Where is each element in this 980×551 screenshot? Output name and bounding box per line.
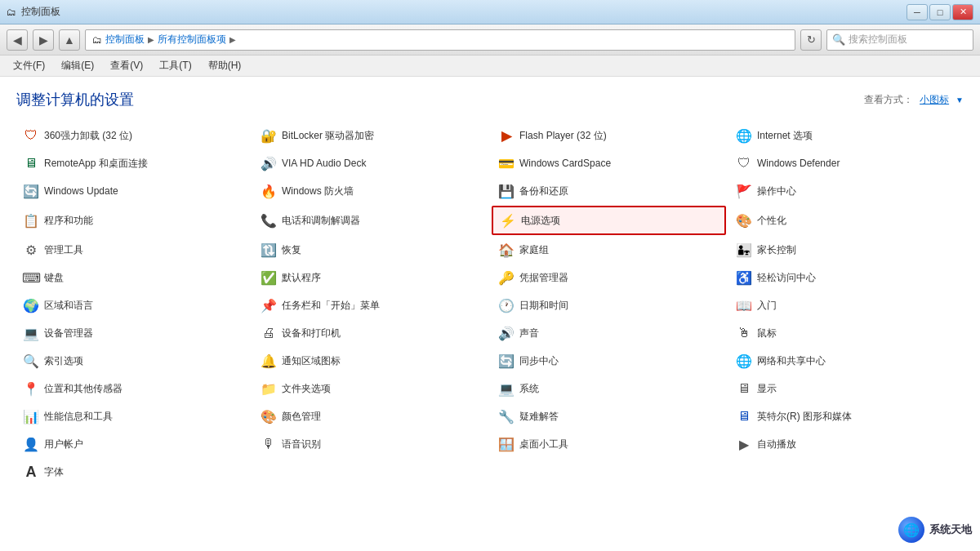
breadcrumb-allitems[interactable]: 所有控制面板项 [158,33,226,47]
icon-winfirewall[interactable]: 🔥 Windows 防火墙 [254,178,488,204]
icon-font[interactable]: A 字体 [16,459,251,485]
icon-phone-img: 📞 [261,212,277,229]
icon-sync[interactable]: 🔄 同步中心 [492,348,726,374]
close-button[interactable]: ✕ [952,4,973,20]
icon-font-label: 字体 [44,465,64,479]
menu-view[interactable]: 查看(V) [104,57,149,74]
icon-flash[interactable]: ▶ Flash Player (32 位) [492,122,726,149]
search-placeholder: 搜索控制面板 [849,33,907,47]
icon-easy-img: ♿ [736,269,752,286]
icon-sound[interactable]: 🔊 声音 [492,320,726,346]
icon-index[interactable]: 🔍 索引选项 [16,348,251,374]
icon-family[interactable]: 🏠 家庭组 [492,237,726,263]
icon-desktop[interactable]: 🪟 桌面小工具 [492,431,726,457]
icon-power[interactable]: ⚡ 电源选项 [492,206,726,235]
icon-internet[interactable]: 🌐 Internet 选项 [729,122,964,149]
icon-default-label: 默认程序 [282,271,321,285]
watermark-icon: 🌐 [898,517,924,543]
icon-easy[interactable]: ♿ 轻松访问中心 [729,264,964,291]
icon-taskbar[interactable]: 📌 任务栏和「开始」菜单 [254,292,488,318]
icon-network[interactable]: 🌐 网络和共享中心 [729,348,964,374]
icon-trouble-label: 疑难解答 [519,410,559,424]
icon-user[interactable]: 👤 用户帐户 [16,431,251,457]
icon-remote[interactable]: 🖥 RemoteApp 和桌面连接 [16,150,251,176]
view-mode[interactable]: 小图标 [920,93,949,107]
icon-region-img: 🌍 [23,297,39,313]
icon-personal[interactable]: 🎨 个性化 [729,206,964,235]
icon-notify[interactable]: 🔔 通知区域图标 [254,348,488,374]
forward-button[interactable]: ▶ [33,29,54,51]
icon-display-label: 显示 [757,382,777,396]
icon-phone[interactable]: 📞 电话和调制解调器 [254,206,488,235]
icon-keyboard[interactable]: ⌨ 键盘 [16,264,251,291]
icon-restore[interactable]: 🔃 恢复 [254,237,488,263]
icon-security[interactable]: 🚩 操作中心 [729,178,964,204]
icon-360[interactable]: 🛡 360强力卸载 (32 位) [16,122,251,149]
icon-winupdate[interactable]: 🔄 Windows Update [16,178,251,204]
icon-viahd[interactable]: 🔊 VIA HD Audio Deck [254,150,488,176]
icon-autoplay[interactable]: ▶ 自动播放 [729,431,964,457]
icon-backup-img: 💾 [498,183,514,199]
icon-network-img: 🌐 [736,353,752,369]
icon-sync-label: 同步中心 [519,354,559,368]
icon-bitlocker-img: 🔐 [261,127,277,144]
search-bar[interactable]: 🔍 搜索控制面板 [826,29,973,51]
menu-file[interactable]: 文件(F) [7,57,51,74]
icon-parent[interactable]: 👨‍👧 家长控制 [729,237,964,263]
icon-intel[interactable]: 🖥 英特尔(R) 图形和媒体 [729,403,964,429]
view-dropdown-icon[interactable]: ▼ [956,96,964,104]
icon-autoplay-img: ▶ [736,436,752,452]
icon-sound-img: 🔊 [498,325,514,341]
icon-sync-img: 🔄 [498,353,514,369]
up-button[interactable]: ▲ [59,29,80,51]
icon-font-img: A [23,464,39,480]
icon-mouse[interactable]: 🖱 鼠标 [729,320,964,346]
icon-entry[interactable]: 📖 入门 [729,292,964,318]
icon-perf[interactable]: 📊 性能信息和工具 [16,403,251,429]
icon-system-img: 💻 [498,380,514,397]
maximize-button[interactable]: □ [929,4,951,20]
icon-voice[interactable]: 🎙 语音识别 [254,431,488,457]
menu-edit[interactable]: 编辑(E) [55,57,100,74]
icon-color[interactable]: 🎨 颜色管理 [254,403,488,429]
icon-bitlocker[interactable]: 🔐 BitLocker 驱动器加密 [254,122,488,149]
icon-credential[interactable]: 🔑 凭据管理器 [492,264,726,291]
icon-program[interactable]: 📋 程序和功能 [16,206,251,235]
menu-tools[interactable]: 工具(T) [153,57,198,74]
icon-region[interactable]: 🌍 区域和语言 [16,292,251,318]
icon-windefender[interactable]: 🛡 Windows Defender [729,150,964,176]
refresh-button[interactable]: ↻ [800,29,822,51]
icon-perf-label: 性能信息和工具 [44,410,113,424]
icon-default[interactable]: ✅ 默认程序 [254,264,488,291]
icon-manage-img: ⚙ [23,242,39,258]
icon-datetime[interactable]: 🕐 日期和时间 [492,292,726,318]
icon-voice-img: 🎙 [261,436,277,452]
icon-notify-img: 🔔 [261,353,277,369]
icon-trouble[interactable]: 🔧 疑难解答 [492,403,726,429]
menu-help[interactable]: 帮助(H) [202,57,248,74]
icon-file-img: 📁 [261,380,277,397]
icon-intel-label: 英特尔(R) 图形和媒体 [757,410,852,424]
icon-winupdate-img: 🔄 [23,183,39,199]
icon-system[interactable]: 💻 系统 [492,375,726,402]
icon-device[interactable]: 💻 设备管理器 [16,320,251,346]
icon-device2[interactable]: 🖨 设备和打印机 [254,320,488,346]
minimize-button[interactable]: ─ [906,4,928,20]
icon-manage[interactable]: ⚙ 管理工具 [16,237,251,263]
icon-backup[interactable]: 💾 备份和还原 [492,178,726,204]
breadcrumb-controlpanel[interactable]: 控制面板 [105,33,145,47]
icon-viahd-label: VIA HD Audio Deck [282,158,366,169]
watermark-text: 系统天地 [929,522,972,537]
icon-program-label: 程序和功能 [44,214,93,228]
icon-desktop-label: 桌面小工具 [519,438,568,451]
icon-location[interactable]: 📍 位置和其他传感器 [16,375,251,402]
back-button[interactable]: ◀ [7,29,28,51]
icon-file[interactable]: 📁 文件夹选项 [254,375,488,402]
icon-remote-img: 🖥 [23,155,39,171]
icon-display[interactable]: 🖥 显示 [729,375,964,402]
icon-cardspace[interactable]: 💳 Windows CardSpace [492,150,726,176]
icon-windefender-label: Windows Defender [757,158,840,169]
icon-personal-img: 🎨 [736,212,752,229]
icon-device2-img: 🖨 [261,325,277,341]
icon-windefender-img: 🛡 [736,155,752,171]
